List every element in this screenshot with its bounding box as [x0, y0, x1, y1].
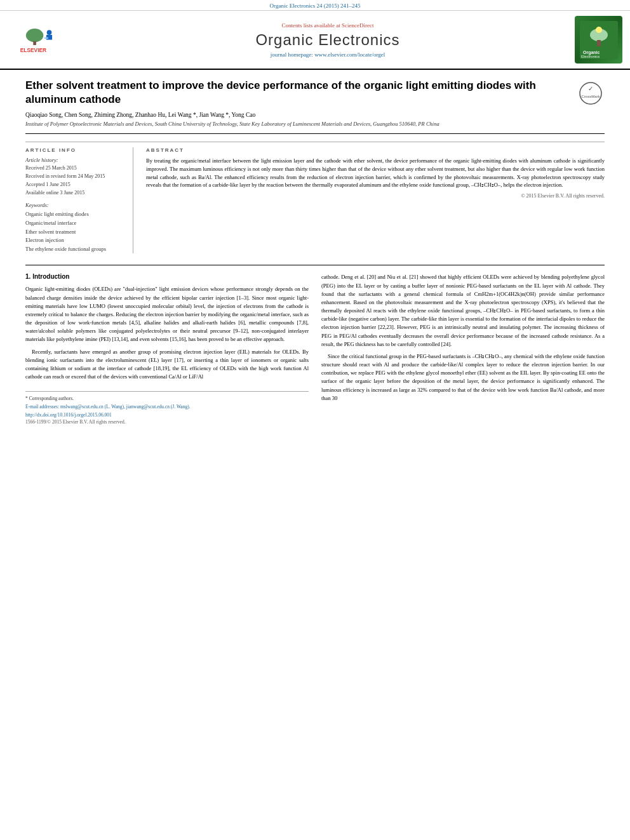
- svg-point-1: [25, 29, 43, 42]
- date-online: Available online 3 June 2015: [25, 189, 125, 197]
- intro-para-2: Recently, surfactants have emerged as an…: [25, 348, 309, 382]
- article-title: Ether solvent treatment to improve the d…: [25, 79, 573, 107]
- svg-rect-9: [597, 40, 601, 46]
- journal-top-bar: Organic Electronics 24 (2015) 241–245: [0, 0, 630, 11]
- svg-text:ELSEVIER: ELSEVIER: [20, 46, 46, 53]
- date-accepted: Accepted 1 June 2015: [25, 181, 125, 189]
- svg-point-10: [596, 27, 602, 33]
- keyword-4: Electron injection: [25, 236, 125, 245]
- svg-text:CrossMark: CrossMark: [581, 95, 600, 98]
- footer-issn: 1566-1199/© 2015 Elsevier B.V. All right…: [25, 419, 309, 425]
- introduction-right-text: cathode. Deng et al. [20] and Niu et al.…: [321, 273, 605, 403]
- article-title-section: Ether solvent treatment to improve the d…: [25, 79, 605, 134]
- journal-homepage: journal homepage: www.elsevier.com/locat…: [90, 51, 565, 58]
- svg-rect-2: [33, 41, 36, 44]
- author-affiliation: Institute of Polymer Optoelectronic Mate…: [25, 121, 573, 127]
- article-meta-section: ARTICLE INFO Article history: Received 2…: [25, 142, 605, 253]
- svg-rect-4: [46, 34, 51, 39]
- article-authors: Qiaoqiao Song, Chen Song, Zhiming Zhong,…: [25, 112, 573, 118]
- body-right-column: cathode. Deng et al. [20] and Niu et al.…: [321, 273, 605, 425]
- article-title-area: Ether solvent treatment to improve the d…: [25, 79, 573, 127]
- elsevier-logo-area: ELSEVIER: [8, 27, 90, 53]
- abstract-label: ABSTRACT: [146, 147, 605, 153]
- article-info-label: ARTICLE INFO: [25, 147, 125, 153]
- svg-rect-5: [44, 37, 48, 38]
- keyword-3: Ether solvent treatment: [25, 228, 125, 237]
- intro-para-1: Organic light-emitting diodes (OLEDs) ar…: [25, 285, 309, 343]
- date-revised: Received in revised form 24 May 2015: [25, 173, 125, 181]
- keywords-label: Keywords:: [25, 202, 125, 208]
- abstract-column: ABSTRACT By treating the organic/metal i…: [146, 147, 605, 253]
- article-footer: * Corresponding authors. E-mail addresse…: [25, 391, 309, 425]
- journal-header-center: Contents lists available at ScienceDirec…: [90, 22, 565, 58]
- footer-email: E-mail addresses: mslwang@scut.edu.cn (L…: [25, 404, 309, 410]
- date-received: Received 25 March 2015: [25, 164, 125, 173]
- journal-title: Organic Electronics: [90, 31, 565, 49]
- journal-logo-graphic: Organic Electronics: [580, 21, 618, 59]
- intro-right-para-1: cathode. Deng et al. [20] and Niu et al.…: [321, 273, 605, 349]
- history-label: Article history:: [25, 157, 125, 163]
- abstract-text: By treating the organic/metal interface …: [146, 157, 605, 189]
- article-history-block: Article history: Received 25 March 2015 …: [25, 157, 125, 197]
- abstract-copyright: © 2015 Elsevier B.V. All rights reserved…: [146, 193, 605, 199]
- history-dates: Received 25 March 2015 Received in revis…: [25, 164, 125, 197]
- article-content: Ether solvent treatment to improve the d…: [0, 70, 630, 434]
- keywords-block: Keywords: Organic light emitting diodes …: [25, 202, 125, 253]
- journal-logo-box: Organic Electronics: [575, 16, 622, 63]
- journal-logo-area: Organic Electronics: [565, 16, 622, 63]
- article-info-column: ARTICLE INFO Article history: Received 2…: [25, 147, 133, 253]
- keyword-1: Organic light emitting diodes: [25, 210, 125, 219]
- body-section: 1. Introduction Organic light-emitting d…: [25, 265, 605, 425]
- crossmark-badge: ✓ CrossMark: [579, 82, 605, 106]
- svg-text:Electronics: Electronics: [581, 55, 600, 58]
- crossmark-icon: ✓ CrossMark: [579, 82, 602, 105]
- journal-header: ELSEVIER Contents lists available at Sci…: [0, 11, 630, 70]
- body-left-column: 1. Introduction Organic light-emitting d…: [25, 273, 309, 425]
- introduction-left-text: Organic light-emitting diodes (OLEDs) ar…: [25, 285, 309, 381]
- keyword-5: The ethylene oxide functional groups: [25, 245, 125, 254]
- svg-text:✓: ✓: [588, 85, 593, 92]
- keyword-2: Organic/metal interface: [25, 219, 125, 228]
- contents-available: Contents lists available at ScienceDirec…: [90, 22, 565, 29]
- intro-right-para-2: Since the critical functional group in t…: [321, 352, 605, 403]
- elsevier-logo: ELSEVIER: [19, 27, 79, 53]
- corresponding-note: * Corresponding authors.: [25, 396, 309, 401]
- introduction-heading: 1. Introduction: [25, 273, 309, 280]
- journal-citation: Organic Electronics 24 (2015) 241–245: [270, 3, 361, 9]
- svg-point-3: [46, 30, 51, 35]
- footer-doi: http://dx.doi.org/10.1016/j.orgel.2015.0…: [25, 412, 309, 418]
